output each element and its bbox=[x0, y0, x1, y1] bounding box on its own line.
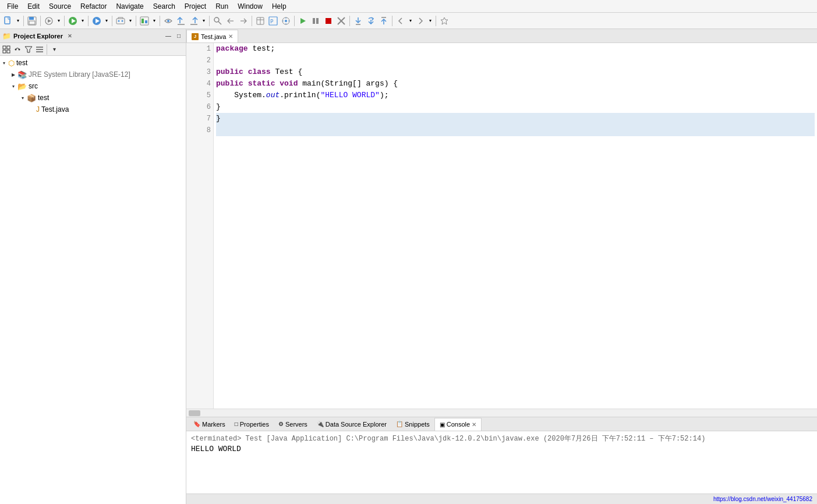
fwd-dropdown[interactable]: ▾ bbox=[427, 15, 433, 27]
run-dropdown[interactable]: ▾ bbox=[80, 15, 86, 27]
collapse-all-btn[interactable] bbox=[1, 44, 12, 55]
expand-src[interactable]: ▾ bbox=[9, 82, 17, 90]
sep5 bbox=[112, 16, 112, 26]
new-button[interactable] bbox=[2, 15, 14, 27]
menu-refactor[interactable]: Refactor bbox=[76, 1, 111, 12]
line-numbers: 1 2 3 4 5 6 7 8 bbox=[196, 43, 213, 409]
forward-btn[interactable] bbox=[415, 15, 426, 27]
btn-a1[interactable] bbox=[162, 15, 174, 27]
servers-tab[interactable]: ⚙ Servers bbox=[274, 418, 312, 431]
minimize-btn[interactable]: — bbox=[164, 31, 173, 41]
svg-rect-15 bbox=[145, 20, 147, 23]
tree-item-src[interactable]: ▾ 📂 src bbox=[0, 80, 186, 92]
step-over-btn[interactable] bbox=[365, 15, 377, 27]
expand-test-project[interactable]: ▾ bbox=[0, 59, 8, 67]
tree-item-test-pkg[interactable]: ▾ 📦 test bbox=[0, 92, 186, 104]
servers-icon: ⚙ bbox=[278, 421, 284, 427]
build-button[interactable] bbox=[43, 15, 55, 27]
panel-title-label: Project Explorer bbox=[13, 33, 63, 40]
view-menu-btn[interactable] bbox=[34, 44, 45, 55]
svg-marker-34 bbox=[300, 18, 306, 24]
menu-source[interactable]: Source bbox=[44, 1, 76, 12]
tab-java-icon: J bbox=[192, 33, 199, 40]
properties-tab[interactable]: □ Properties bbox=[230, 418, 274, 431]
menu-navigate[interactable]: Navigate bbox=[111, 1, 148, 12]
code-editor[interactable]: 1 2 3 4 5 6 7 8 package test; bbox=[186, 43, 817, 409]
coverage-button[interactable] bbox=[139, 15, 150, 27]
console-tab[interactable]: ▣ Console ✕ bbox=[434, 418, 482, 431]
menu-file[interactable]: File bbox=[2, 1, 23, 12]
svg-rect-14 bbox=[142, 19, 144, 23]
menu-edit[interactable]: Edit bbox=[23, 1, 44, 12]
btn-b2[interactable]: P bbox=[267, 15, 279, 27]
tree-item-test-java[interactable]: ▶ J Test.java bbox=[0, 104, 186, 115]
back-btn[interactable] bbox=[395, 15, 406, 27]
pub-dropdown[interactable]: ▾ bbox=[201, 15, 207, 27]
sep2 bbox=[40, 16, 41, 26]
link-editor-btn[interactable] bbox=[12, 44, 23, 55]
tree-item-test-project[interactable]: ▾ ⬡ test bbox=[0, 57, 186, 69]
ln-4: 4 bbox=[196, 78, 213, 90]
step-into-btn[interactable] bbox=[352, 15, 364, 27]
debug-dropdown[interactable]: ▾ bbox=[104, 15, 109, 27]
panel-title-area: 📁 Project Explorer ✕ bbox=[2, 32, 72, 40]
panel-close-icon[interactable]: ✕ bbox=[68, 33, 72, 39]
btn-a2[interactable] bbox=[175, 15, 187, 27]
extern-tools-button[interactable] bbox=[115, 15, 126, 27]
menu-help[interactable]: Help bbox=[267, 1, 291, 12]
stop-btn[interactable] bbox=[323, 15, 334, 27]
menu-search[interactable]: Search bbox=[148, 1, 180, 12]
code-line-6: } bbox=[216, 101, 815, 113]
step-return-btn[interactable] bbox=[378, 15, 390, 27]
svg-rect-37 bbox=[326, 18, 331, 24]
h-scrollbar-thumb[interactable] bbox=[189, 410, 200, 416]
test-java-tab[interactable]: J Test.java ✕ bbox=[186, 30, 238, 42]
view-more-btn[interactable]: ▾ bbox=[49, 44, 59, 55]
expand-test-pkg[interactable]: ▾ bbox=[19, 94, 27, 102]
jre-label: JRE System Library [JavaSE-12] bbox=[29, 70, 130, 79]
suspend-btn[interactable] bbox=[310, 15, 321, 27]
menu-bar: File Edit Source Refactor Navigate Searc… bbox=[0, 0, 817, 13]
prev-search-btn[interactable] bbox=[225, 15, 236, 27]
save-button[interactable] bbox=[26, 15, 38, 27]
maximize-btn[interactable]: □ bbox=[174, 31, 183, 41]
filter-btn[interactable] bbox=[23, 44, 34, 55]
datasource-icon: 🔌 bbox=[317, 421, 324, 427]
ext-dropdown[interactable]: ▾ bbox=[128, 15, 133, 27]
console-content: <terminated> Test [Java Application] C:\… bbox=[186, 431, 817, 494]
markers-tab[interactable]: 🔖 Markers bbox=[189, 418, 230, 431]
next-search-btn[interactable] bbox=[238, 15, 249, 27]
snippets-icon: 📋 bbox=[396, 421, 403, 427]
new-dropdown[interactable]: ▾ bbox=[15, 15, 21, 27]
menu-window[interactable]: Window bbox=[233, 1, 267, 12]
pin-btn[interactable] bbox=[438, 15, 450, 27]
back-dropdown[interactable]: ▾ bbox=[408, 15, 413, 27]
disconnect-btn[interactable] bbox=[335, 15, 347, 27]
editor-tabs: J Test.java ✕ bbox=[186, 29, 817, 43]
tab-close-btn[interactable]: ✕ bbox=[228, 33, 233, 40]
btn-a3[interactable] bbox=[188, 15, 200, 27]
debug-button[interactable] bbox=[91, 15, 102, 27]
status-link[interactable]: https://blog.csdn.net/weixin_44175682 bbox=[713, 496, 812, 502]
run-button[interactable] bbox=[67, 15, 79, 27]
code-line-8 bbox=[216, 125, 815, 136]
resume-btn[interactable] bbox=[297, 15, 309, 27]
search-button[interactable] bbox=[212, 15, 224, 27]
cov-dropdown[interactable]: ▾ bbox=[151, 15, 157, 27]
code-line-7: } bbox=[216, 113, 815, 125]
tree-item-jre[interactable]: ▶ 📚 JRE System Library [JavaSE-12] bbox=[0, 69, 186, 80]
svg-rect-46 bbox=[7, 46, 10, 49]
snippets-tab[interactable]: 📋 Snippets bbox=[391, 418, 434, 431]
console-tab-close[interactable]: ✕ bbox=[472, 421, 476, 428]
btn-b3[interactable] bbox=[280, 15, 292, 27]
project-explorer-panel: 📁 Project Explorer ✕ — □ ▾ bbox=[0, 29, 186, 504]
menu-project[interactable]: Project bbox=[180, 1, 211, 12]
datasource-tab[interactable]: 🔌 Data Source Explorer bbox=[312, 418, 391, 431]
editor-area: J Test.java ✕ 1 2 3 4 5 6 bbox=[186, 29, 817, 417]
expand-jre[interactable]: ▶ bbox=[9, 70, 17, 79]
h-scrollbar[interactable] bbox=[186, 409, 817, 417]
btn-b1[interactable] bbox=[254, 15, 266, 27]
code-content[interactable]: package test; public class Test { public… bbox=[214, 43, 817, 409]
menu-run[interactable]: Run bbox=[211, 1, 233, 12]
build-dropdown[interactable]: ▾ bbox=[56, 15, 62, 27]
